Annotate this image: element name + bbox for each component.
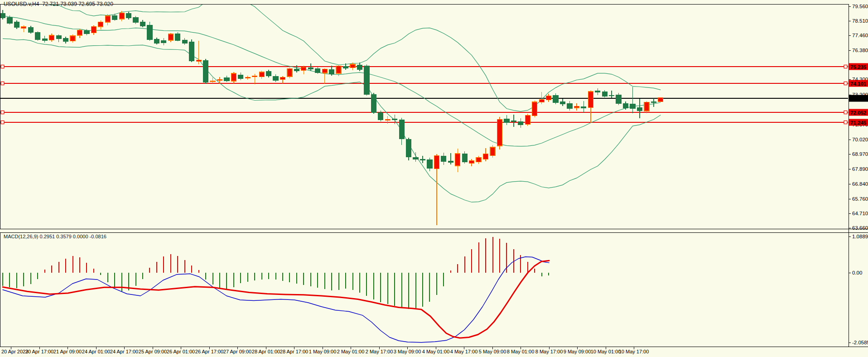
price-badge-75.235: 75.235 bbox=[849, 63, 868, 70]
candle-73 bbox=[511, 115, 516, 126]
bollinger-upper-band bbox=[3, 0, 661, 111]
time-axis-label: 26 Apr 01:00 bbox=[167, 349, 195, 354]
candle-42 bbox=[294, 65, 299, 73]
candle-8 bbox=[56, 34, 61, 43]
price-badge-72.052: 72.052 bbox=[849, 109, 868, 116]
candle-86 bbox=[602, 90, 607, 97]
candle-53 bbox=[371, 93, 376, 114]
candle-32 bbox=[224, 76, 229, 82]
candle-27 bbox=[189, 39, 194, 62]
price-badge-71.245: 71.245 bbox=[849, 119, 868, 126]
hline-handle[interactable] bbox=[844, 65, 847, 68]
horizontal-line-74.101[interactable] bbox=[0, 82, 849, 85]
candle-21 bbox=[147, 22, 152, 41]
candle-0 bbox=[0, 10, 5, 19]
main-pane[interactable] bbox=[0, 0, 849, 225]
candle-72 bbox=[504, 115, 509, 125]
candle-5 bbox=[35, 31, 40, 41]
candle-71 bbox=[497, 117, 502, 149]
candle-36 bbox=[252, 74, 257, 84]
candle-64 bbox=[448, 153, 453, 164]
time-axis-label: 24 Apr 17:00 bbox=[110, 349, 138, 354]
candle-54 bbox=[378, 111, 383, 122]
candle-79 bbox=[553, 93, 558, 104]
macd-line bbox=[3, 257, 549, 343]
candle-78 bbox=[546, 94, 551, 102]
time-axis-label: 1 May 09:00 bbox=[309, 349, 337, 354]
time-axis-label: 28 Apr 17:00 bbox=[280, 349, 308, 354]
candle-68 bbox=[476, 156, 481, 164]
macd-pane[interactable] bbox=[3, 237, 549, 343]
candle-19 bbox=[133, 16, 138, 24]
hline-handle[interactable] bbox=[1, 82, 4, 85]
time-axis-label: 3 May 09:00 bbox=[394, 349, 421, 354]
time-axis-label: 2 May 17:00 bbox=[366, 349, 393, 354]
chart-canvas[interactable]: 79.56078.51077.46076.38074.30073.20071.0… bbox=[0, 0, 868, 357]
hline-handle[interactable] bbox=[844, 111, 847, 114]
hline-handle[interactable] bbox=[1, 121, 4, 124]
hline-handle[interactable] bbox=[844, 82, 847, 85]
candle-40 bbox=[280, 76, 285, 83]
candle-44 bbox=[308, 63, 313, 70]
svg-text:75.235: 75.235 bbox=[850, 64, 867, 70]
svg-text:71.245: 71.245 bbox=[850, 120, 867, 125]
time-axis-label: 8 May 01:00 bbox=[507, 349, 535, 354]
candle-47 bbox=[329, 66, 334, 76]
candle-69 bbox=[483, 148, 488, 161]
candle-88 bbox=[616, 93, 621, 105]
candle-75 bbox=[525, 114, 530, 126]
candle-35 bbox=[245, 76, 250, 80]
price-axis-label: 79.560 bbox=[852, 4, 868, 9]
time-axis-label: 9 May 09:00 bbox=[564, 349, 591, 354]
candle-23 bbox=[161, 38, 166, 45]
price-axis-label: 76.380 bbox=[852, 48, 868, 53]
candle-82 bbox=[574, 103, 579, 111]
price-badge-73.020: 73.020 bbox=[849, 95, 868, 102]
time-axis-label: 20 Apr 17:00 bbox=[25, 349, 53, 354]
candle-58 bbox=[406, 138, 411, 160]
time-axis-label: 25 Apr 09:00 bbox=[139, 349, 167, 354]
price-axis-label: 66.840 bbox=[852, 181, 868, 187]
hline-handle[interactable] bbox=[1, 65, 4, 68]
horizontal-line-71.245[interactable] bbox=[0, 121, 849, 124]
time-axis-label: 4 May 01:00 bbox=[422, 349, 450, 354]
candle-63 bbox=[441, 153, 446, 164]
candle-33 bbox=[231, 72, 236, 83]
candle-57 bbox=[399, 118, 404, 145]
time-axis-label: 24 Apr 01:00 bbox=[82, 349, 110, 354]
candle-6 bbox=[42, 36, 47, 43]
candle-91 bbox=[637, 99, 642, 118]
time-axis-label: 26 Apr 17:00 bbox=[195, 349, 223, 354]
candle-81 bbox=[567, 101, 572, 111]
price-axis-label: 68.970 bbox=[852, 151, 868, 157]
candle-18 bbox=[126, 12, 131, 19]
candle-29 bbox=[203, 59, 208, 84]
candle-10 bbox=[70, 34, 75, 43]
candle-43 bbox=[301, 66, 306, 74]
candle-22 bbox=[154, 38, 159, 44]
candle-24 bbox=[168, 33, 173, 42]
candle-87 bbox=[609, 91, 614, 98]
price-axis-label: 64.710 bbox=[852, 211, 868, 216]
candle-28 bbox=[196, 41, 201, 64]
candle-74 bbox=[518, 118, 523, 128]
pane-borders bbox=[0, 4, 868, 347]
candle-3 bbox=[21, 25, 26, 32]
horizontal-line-75.235[interactable] bbox=[0, 65, 849, 68]
candle-60 bbox=[420, 156, 425, 164]
chart-title: USOUSD.v,H4 72.721 73.039 72.695 73.020 bbox=[4, 1, 113, 7]
time-axis-label: 4 May 17:00 bbox=[450, 349, 478, 354]
svg-text:73.020: 73.020 bbox=[850, 96, 866, 101]
horizontal-line-72.052[interactable] bbox=[0, 111, 849, 114]
macd-axis-label: 1.0889 bbox=[852, 234, 868, 239]
price-badge-74.101: 74.101 bbox=[849, 80, 868, 87]
candle-46 bbox=[322, 68, 327, 84]
candle-14 bbox=[98, 20, 103, 29]
hline-handle[interactable] bbox=[1, 111, 4, 114]
candle-15 bbox=[105, 14, 110, 25]
svg-text:72.052: 72.052 bbox=[850, 110, 866, 116]
candle-80 bbox=[560, 99, 565, 106]
price-axis-label: 77.460 bbox=[852, 33, 868, 38]
hline-handle[interactable] bbox=[844, 121, 847, 124]
candle-84 bbox=[588, 91, 593, 123]
